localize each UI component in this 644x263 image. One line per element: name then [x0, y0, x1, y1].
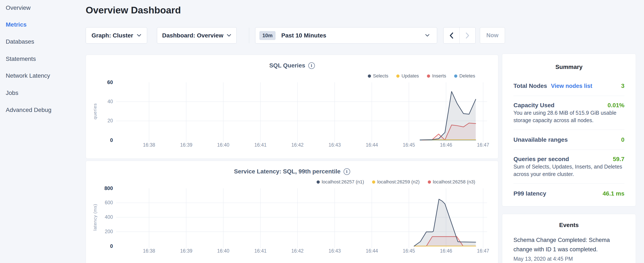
summary-row-p99-latency: P99 latency 46.1 ms [514, 190, 624, 197]
x-axis-tick-label: 16:46 [433, 248, 459, 254]
summary-row-unavailable-ranges: Unavailable ranges 0 [514, 136, 624, 143]
x-axis-tick-label: 16:40 [210, 142, 236, 148]
summary-row-label: Queries per second [514, 156, 569, 163]
chevron-right-icon [466, 32, 470, 39]
page-title: Overview Dashboard [86, 5, 181, 16]
chevron-down-icon [137, 34, 142, 37]
sidebar-item-statements[interactable]: Statements [6, 55, 36, 63]
sidebar-item-jobs[interactable]: Jobs [6, 89, 18, 97]
next-time-range-button[interactable] [460, 28, 476, 43]
x-axis-tick-label: 16:41 [248, 248, 273, 254]
summary-panel: Summary Total Nodes View nodes list 3 Ca… [502, 54, 636, 206]
chevron-down-icon [227, 34, 231, 37]
summary-row-value: 46.1 ms [602, 190, 624, 197]
time-range-pager [443, 27, 476, 44]
x-axis-tick-label: 16:38 [136, 142, 162, 148]
x-axis-tick-label: 16:45 [396, 248, 422, 254]
event-timestamp: May 13, 2020 at 4:45 PM [514, 256, 573, 262]
summary-row-label: Unavailable ranges [514, 136, 568, 143]
x-axis-tick-label: 16:39 [174, 248, 199, 254]
summary-row-subtext: Sum of Selects, Updates, Inserts, and De… [514, 163, 630, 178]
now-button[interactable]: Now [480, 27, 505, 44]
x-axis-tick-label: 16:42 [285, 142, 310, 148]
y-axis-tick-label: 400 [86, 214, 113, 220]
x-axis-tick-label: 16:44 [359, 248, 384, 254]
dashboard-dropdown-label: Dashboard: Overview [162, 32, 224, 39]
x-axis-tick-label: 16:38 [136, 248, 162, 254]
prev-time-range-button[interactable] [444, 28, 460, 43]
chart-plot[interactable] [86, 55, 498, 153]
summary-row-subtext: You are using 28.6 MiB of 515.9 GiB usab… [514, 109, 630, 124]
graph-scope-dropdown-label: Graph: Cluster [92, 32, 133, 39]
y-axis-tick-label: 0 [86, 137, 113, 143]
x-axis-tick-label: 16:45 [396, 142, 422, 148]
summary-title: Summary [502, 64, 636, 70]
x-axis-tick-label: 16:47 [470, 248, 496, 254]
chevron-down-icon [425, 34, 430, 37]
summary-row-value: 3 [621, 83, 624, 89]
summary-row-label: Total Nodes [514, 83, 547, 89]
sidebar-item-advanced-debug[interactable]: Advanced Debug [6, 106, 52, 114]
time-range-label: Past 10 Minutes [281, 32, 326, 39]
view-nodes-list-link[interactable]: View nodes list [551, 83, 592, 89]
divider [514, 183, 624, 184]
summary-row-value: 0.01% [608, 102, 624, 109]
x-axis-tick-label: 16:40 [210, 248, 236, 254]
x-axis-tick-label: 16:47 [470, 142, 496, 148]
chart-plot[interactable] [86, 161, 498, 259]
service-latency-chart-card: Service Latency: SQL, 99th percentile i … [86, 161, 498, 263]
x-axis-tick-label: 16:46 [433, 142, 459, 148]
chevron-left-icon [450, 32, 453, 39]
event-description: Schema Change Completed: Schema change w… [514, 235, 622, 254]
sidebar-item-databases[interactable]: Databases [6, 38, 34, 46]
y-axis-tick-label: 0 [86, 243, 113, 249]
x-axis-tick-label: 16:43 [322, 142, 348, 148]
summary-row-capacity-used: Capacity Used 0.01% [514, 102, 624, 109]
y-axis-tick-label: 600 [86, 200, 113, 205]
y-axis-tick-label: 40 [86, 99, 113, 105]
y-axis-tick-label: 200 [86, 229, 113, 234]
time-range-badge: 10m [260, 31, 276, 40]
dashboard-dropdown[interactable]: Dashboard: Overview [157, 27, 237, 44]
summary-row-total-nodes: Total Nodes View nodes list 3 [514, 83, 624, 89]
app-root: Overview Metrics Databases Statements Ne… [0, 0, 644, 263]
y-axis-tick-label: 800 [86, 185, 113, 191]
sql-queries-chart-card: SQL Queries i SelectsUpdatesInsertsDelet… [86, 55, 498, 159]
x-axis-tick-label: 16:43 [322, 248, 348, 254]
x-axis-tick-label: 16:39 [174, 142, 199, 148]
sidebar-item-network-latency[interactable]: Network Latency [6, 72, 50, 80]
summary-row-label: Capacity Used [514, 102, 554, 109]
x-axis-tick-label: 16:44 [359, 142, 384, 148]
summary-row-value: 59.7 [613, 156, 625, 163]
summary-row-queries-per-second: Queries per second 59.7 [514, 156, 624, 163]
events-panel: Events Schema Change Completed: Schema c… [502, 214, 636, 263]
x-axis-tick-label: 16:42 [285, 248, 310, 254]
sidebar-item-overview[interactable]: Overview [6, 4, 30, 12]
toolbar-divider [249, 28, 249, 43]
x-axis-tick-label: 16:41 [248, 142, 273, 148]
summary-row-label: P99 latency [514, 190, 546, 197]
graph-scope-dropdown[interactable]: Graph: Cluster [86, 27, 147, 44]
events-title: Events [502, 222, 636, 228]
divider [514, 130, 624, 130]
y-axis-tick-label: 60 [86, 79, 113, 85]
y-axis-tick-label: 20 [86, 118, 113, 124]
summary-row-value: 0 [621, 136, 624, 143]
time-range-selector[interactable]: 10m Past 10 Minutes [255, 27, 437, 44]
divider [514, 150, 624, 150]
sidebar-item-metrics[interactable]: Metrics [6, 21, 26, 29]
